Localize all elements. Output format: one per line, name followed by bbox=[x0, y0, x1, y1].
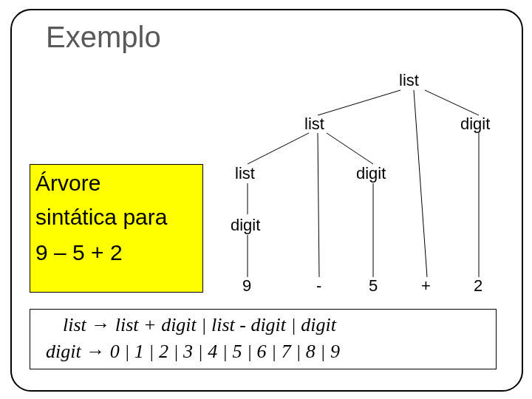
grammar-rule2-rhs: 0 | 1 | 2 | 3 | 4 | 5 | 6 | 7 | 8 | 9 bbox=[110, 341, 340, 362]
grammar-rule-1: list → list + digit | list - digit | dig… bbox=[63, 313, 336, 336]
grammar-rule2-lhs: digit bbox=[46, 341, 81, 362]
tree-node-digit-left: digit bbox=[231, 216, 260, 235]
svg-line-2 bbox=[425, 90, 479, 115]
grammar-rule1-rhs: list + digit | list - digit | digit bbox=[115, 314, 336, 335]
arrow-icon: → bbox=[91, 313, 110, 335]
arrow-icon: → bbox=[86, 340, 105, 362]
svg-line-5 bbox=[327, 133, 373, 164]
caption-line1: Árvore bbox=[35, 171, 100, 195]
tree-node-digit-right: digit bbox=[460, 115, 490, 134]
tree-node-root: list bbox=[399, 71, 419, 90]
tree-leaf-5: 5 bbox=[369, 276, 378, 296]
svg-line-1 bbox=[414, 90, 427, 277]
svg-line-3 bbox=[248, 133, 309, 164]
svg-line-0 bbox=[318, 90, 400, 115]
tree-leaf-2: 2 bbox=[474, 276, 482, 296]
tree-node-list-2: list bbox=[304, 115, 324, 134]
caption-line3: 9 – 5 + 2 bbox=[35, 241, 123, 265]
tree-leaf-plus: + bbox=[421, 276, 431, 296]
caption-line2: sintática para bbox=[35, 205, 167, 229]
grammar-rule-2: digit → 0 | 1 | 2 | 3 | 4 | 5 | 6 | 7 | … bbox=[46, 340, 340, 363]
tree-node-list-3: list bbox=[235, 164, 255, 183]
svg-line-4 bbox=[318, 133, 319, 277]
tree-leaf-9: 9 bbox=[242, 276, 251, 296]
grammar-rule1-lhs: list bbox=[63, 314, 86, 335]
tree-leaf-minus: - bbox=[316, 276, 321, 296]
tree-node-digit-mid: digit bbox=[356, 164, 386, 183]
